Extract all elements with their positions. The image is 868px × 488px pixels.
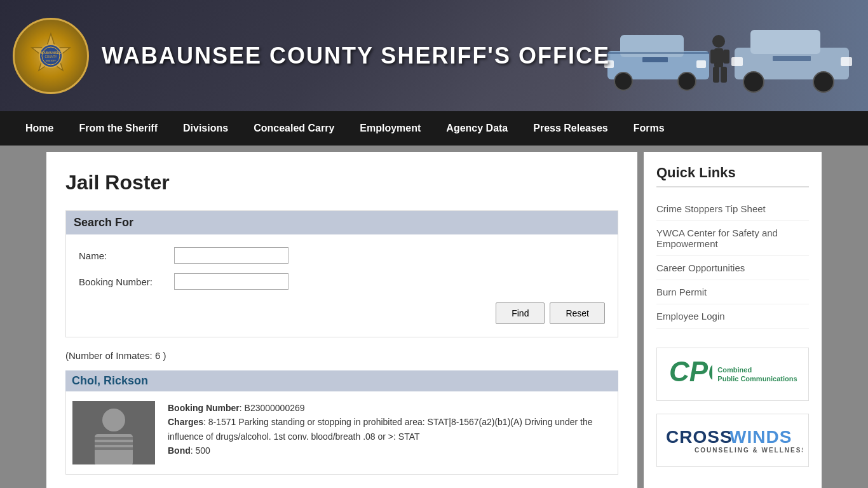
nav-item-agency-data[interactable]: Agency Data: [433, 111, 520, 146]
inmate-header: Chol, Rickson: [65, 370, 618, 391]
svg-rect-32: [95, 447, 133, 450]
nav-link-forms[interactable]: Forms: [621, 111, 677, 146]
cpc-logo-svg: CPC: [668, 355, 712, 390]
nav-link-press-releases[interactable]: Press Releases: [520, 111, 620, 146]
search-header: Search For: [66, 211, 618, 234]
cpc-text: Combined Public Communications: [717, 365, 797, 384]
svg-rect-23: [710, 50, 717, 64]
quick-links: Crime Stoppers Tip Sheet YWCA Center for…: [656, 197, 809, 329]
sidebar: Quick Links Crime Stoppers Tip Sheet YWC…: [644, 152, 822, 488]
svg-point-9: [678, 72, 696, 90]
main-wrapper: Jail Roster Search For Name: Booking Num…: [0, 146, 868, 488]
svg-text:SHERIFF: SHERIFF: [45, 59, 57, 62]
nav-link-from-the-sheriff[interactable]: From the Sheriff: [66, 111, 170, 146]
quick-link-burn-permit[interactable]: Burn Permit: [656, 280, 809, 304]
svg-rect-24: [723, 50, 729, 64]
nav-link-divisions[interactable]: Divisions: [170, 111, 241, 146]
page-title: Jail Roster: [65, 171, 618, 194]
cpc-line1: Combined: [717, 365, 797, 374]
svg-text:COUNTY: COUNTY: [45, 55, 57, 58]
name-input[interactable]: [174, 247, 288, 264]
svg-point-21: [712, 35, 725, 48]
nav-link-home[interactable]: Home: [13, 111, 66, 146]
name-row: Name:: [79, 247, 605, 264]
police-cars-svg: [582, 6, 862, 105]
svg-rect-31: [95, 442, 133, 445]
quick-link-item[interactable]: Burn Permit: [656, 280, 809, 304]
cpc-sponsor: CPC Combined Public Communications: [656, 348, 809, 401]
quick-link-item[interactable]: Career Opportunities: [656, 256, 809, 280]
nav-item-divisions[interactable]: Divisions: [170, 111, 241, 146]
quick-link-ywca[interactable]: YWCA Center for Safety and Empowerment: [656, 221, 809, 255]
booking-label: Booking Number:: [79, 276, 168, 287]
nav-link-agency-data[interactable]: Agency Data: [433, 111, 520, 146]
name-label: Name:: [79, 250, 168, 261]
cpc-logo: CPC Combined Public Communications: [668, 355, 797, 394]
quick-link-employee-login[interactable]: Employee Login: [656, 304, 809, 328]
charges-value: 8-1571 Parking standing or stopping in p…: [168, 417, 593, 441]
inmate-name-link[interactable]: Chol, Rickson: [72, 374, 148, 387]
svg-text:WINDS: WINDS: [729, 427, 792, 447]
svg-rect-26: [721, 67, 727, 83]
header-cars-decoration: [582, 0, 868, 111]
quick-link-item[interactable]: Employee Login: [656, 304, 809, 329]
svg-rect-20: [773, 56, 811, 61]
crosswinds-logo: CROSS WINDS COUNSELING & WELLNESS: [663, 421, 803, 460]
svg-point-17: [813, 72, 834, 92]
svg-text:WABAUNSEE: WABAUNSEE: [41, 51, 62, 55]
svg-rect-25: [713, 67, 719, 83]
booking-row: Booking Number:: [79, 273, 605, 290]
sheriff-badge: WABAUNSEE COUNTY SHERIFF: [13, 18, 89, 94]
svg-point-28: [102, 409, 125, 431]
inmate-details: Booking Number: B23000000269 Charges: 8-…: [168, 401, 611, 464]
quick-link-item[interactable]: Crime Stoppers Tip Sheet: [656, 197, 809, 221]
quick-link-career[interactable]: Career Opportunities: [656, 256, 809, 280]
site-header: WABAUNSEE COUNTY SHERIFF WABAUNSEE COUNT…: [0, 0, 868, 111]
nav-item-from-the-sheriff[interactable]: From the Sheriff: [66, 111, 170, 146]
nav-item-employment[interactable]: Employment: [347, 111, 433, 146]
booking-number-label: Booking Number: [168, 403, 240, 413]
inmate-photo: [72, 401, 155, 464]
booking-input[interactable]: [174, 273, 288, 290]
inmate-row: Booking Number: B23000000269 Charges: 8-…: [65, 391, 618, 475]
nav-link-employment[interactable]: Employment: [347, 111, 433, 146]
charges-label: Charges: [168, 417, 203, 427]
content-area: Jail Roster Search For Name: Booking Num…: [46, 152, 822, 488]
quick-link-item[interactable]: YWCA Center for Safety and Empowerment: [656, 221, 809, 256]
inmate-entry: Chol, Rickson: [65, 370, 618, 475]
main-content: Jail Roster Search For Name: Booking Num…: [46, 152, 637, 488]
svg-text:CROSS: CROSS: [666, 427, 733, 447]
search-body: Name: Booking Number: Find Reset: [66, 234, 618, 337]
header-logo: WABAUNSEE COUNTY SHERIFF WABAUNSEE COUNT…: [13, 18, 610, 94]
svg-rect-13: [607, 52, 709, 54]
inmate-photo-svg: [72, 401, 155, 464]
nav-item-forms[interactable]: Forms: [621, 111, 677, 146]
bond-value: 500: [196, 445, 210, 456]
nav-item-home[interactable]: Home: [13, 111, 66, 146]
svg-text:CPC: CPC: [669, 356, 712, 387]
find-button[interactable]: Find: [496, 302, 545, 324]
inmates-count: (Number of Inmates: 6 ): [65, 350, 618, 361]
svg-text:COUNSELING & WELLNESS: COUNSELING & WELLNESS: [695, 447, 803, 454]
svg-point-16: [743, 72, 764, 92]
nav-item-concealed-carry[interactable]: Concealed Carry: [241, 111, 347, 146]
svg-rect-18: [731, 57, 743, 66]
svg-point-8: [614, 72, 632, 90]
crosswinds-sponsor: CROSS WINDS COUNSELING & WELLNESS: [656, 414, 809, 467]
site-title: WABAUNSEE COUNTY SHERIFF'S OFFICE: [102, 43, 610, 69]
nav-link-concealed-carry[interactable]: Concealed Carry: [241, 111, 347, 146]
svg-rect-30: [95, 437, 133, 440]
nav-item-press-releases[interactable]: Press Releases: [520, 111, 620, 146]
charges-detail: Charges: 8-1571 Parking standing or stop…: [168, 415, 611, 444]
cpc-line2: Public Communications: [717, 374, 797, 383]
form-buttons: Find Reset: [79, 299, 605, 324]
quick-link-crime-stoppers[interactable]: Crime Stoppers Tip Sheet: [656, 197, 809, 220]
crosswinds-text: CROSS WINDS COUNSELING & WELLNESS: [663, 421, 803, 460]
bond-label: Bond: [168, 445, 191, 456]
bond-detail: Bond: 500: [168, 444, 611, 458]
booking-number-detail: Booking Number: B23000000269: [168, 401, 611, 415]
svg-rect-12: [642, 57, 668, 62]
cpc-letters: CPC: [668, 355, 712, 394]
reset-button[interactable]: Reset: [550, 302, 605, 324]
sidebar-title: Quick Links: [656, 165, 809, 187]
